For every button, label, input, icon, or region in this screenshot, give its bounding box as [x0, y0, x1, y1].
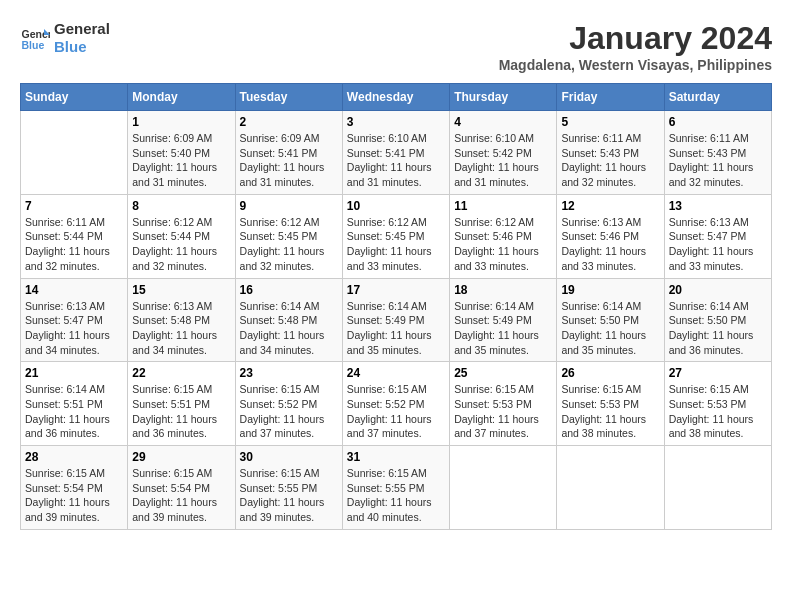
cell-content: Sunset: 5:44 PM [132, 229, 230, 244]
cell-content: Sunrise: 6:14 AM [561, 299, 659, 314]
cell-content: Daylight: 11 hours [347, 412, 445, 427]
cell-content: Sunset: 5:49 PM [454, 313, 552, 328]
cell-content: Sunrise: 6:15 AM [454, 382, 552, 397]
day-header-sunday: Sunday [21, 84, 128, 111]
calendar-cell: 12Sunrise: 6:13 AMSunset: 5:46 PMDayligh… [557, 194, 664, 278]
calendar-cell: 30Sunrise: 6:15 AMSunset: 5:55 PMDayligh… [235, 446, 342, 530]
logo: General Blue General Blue [20, 20, 110, 56]
cell-content: Daylight: 11 hours [240, 244, 338, 259]
cell-content: and 32 minutes. [25, 259, 123, 274]
cell-content: Sunset: 5:42 PM [454, 146, 552, 161]
cell-content: Sunrise: 6:09 AM [240, 131, 338, 146]
day-header-friday: Friday [557, 84, 664, 111]
cell-content: and 38 minutes. [669, 426, 767, 441]
cell-content: and 40 minutes. [347, 510, 445, 525]
cell-content: Daylight: 11 hours [240, 328, 338, 343]
cell-content: Sunrise: 6:13 AM [669, 215, 767, 230]
cell-content: Daylight: 11 hours [347, 328, 445, 343]
cell-content: Daylight: 11 hours [454, 244, 552, 259]
cell-content: Daylight: 11 hours [561, 328, 659, 343]
cell-content: and 39 minutes. [25, 510, 123, 525]
cell-content: Sunset: 5:46 PM [561, 229, 659, 244]
cell-content: and 33 minutes. [347, 259, 445, 274]
cell-content: Sunrise: 6:10 AM [347, 131, 445, 146]
cell-content: Sunrise: 6:13 AM [561, 215, 659, 230]
day-header-monday: Monday [128, 84, 235, 111]
day-number: 22 [132, 366, 230, 380]
cell-content: Daylight: 11 hours [132, 244, 230, 259]
cell-content: Sunset: 5:50 PM [669, 313, 767, 328]
calendar-week-row: 28Sunrise: 6:15 AMSunset: 5:54 PMDayligh… [21, 446, 772, 530]
day-number: 7 [25, 199, 123, 213]
calendar-cell: 11Sunrise: 6:12 AMSunset: 5:46 PMDayligh… [450, 194, 557, 278]
day-number: 3 [347, 115, 445, 129]
calendar-cell [450, 446, 557, 530]
cell-content: Sunrise: 6:15 AM [132, 382, 230, 397]
calendar-cell: 1Sunrise: 6:09 AMSunset: 5:40 PMDaylight… [128, 111, 235, 195]
day-number: 31 [347, 450, 445, 464]
day-number: 23 [240, 366, 338, 380]
cell-content: Sunrise: 6:11 AM [25, 215, 123, 230]
cell-content: and 38 minutes. [561, 426, 659, 441]
page-title: January 2024 [499, 20, 772, 57]
calendar-cell: 24Sunrise: 6:15 AMSunset: 5:52 PMDayligh… [342, 362, 449, 446]
cell-content: and 32 minutes. [240, 259, 338, 274]
calendar-cell: 22Sunrise: 6:15 AMSunset: 5:51 PMDayligh… [128, 362, 235, 446]
cell-content: and 33 minutes. [561, 259, 659, 274]
logo-icon: General Blue [20, 23, 50, 53]
cell-content: Sunrise: 6:15 AM [347, 382, 445, 397]
cell-content: Daylight: 11 hours [132, 328, 230, 343]
cell-content: and 31 minutes. [347, 175, 445, 190]
cell-content: Sunset: 5:54 PM [25, 481, 123, 496]
cell-content: Daylight: 11 hours [347, 160, 445, 175]
day-number: 17 [347, 283, 445, 297]
calendar-cell: 6Sunrise: 6:11 AMSunset: 5:43 PMDaylight… [664, 111, 771, 195]
cell-content: Sunset: 5:53 PM [669, 397, 767, 412]
cell-content: Sunset: 5:43 PM [561, 146, 659, 161]
cell-content: and 34 minutes. [25, 343, 123, 358]
calendar-cell: 25Sunrise: 6:15 AMSunset: 5:53 PMDayligh… [450, 362, 557, 446]
calendar-cell: 4Sunrise: 6:10 AMSunset: 5:42 PMDaylight… [450, 111, 557, 195]
day-number: 10 [347, 199, 445, 213]
day-number: 28 [25, 450, 123, 464]
calendar-cell: 28Sunrise: 6:15 AMSunset: 5:54 PMDayligh… [21, 446, 128, 530]
cell-content: Sunrise: 6:15 AM [132, 466, 230, 481]
calendar-cell: 5Sunrise: 6:11 AMSunset: 5:43 PMDaylight… [557, 111, 664, 195]
calendar-cell: 17Sunrise: 6:14 AMSunset: 5:49 PMDayligh… [342, 278, 449, 362]
calendar-week-row: 1Sunrise: 6:09 AMSunset: 5:40 PMDaylight… [21, 111, 772, 195]
day-number: 21 [25, 366, 123, 380]
calendar-cell: 15Sunrise: 6:13 AMSunset: 5:48 PMDayligh… [128, 278, 235, 362]
day-number: 26 [561, 366, 659, 380]
calendar-cell: 29Sunrise: 6:15 AMSunset: 5:54 PMDayligh… [128, 446, 235, 530]
cell-content: Sunset: 5:48 PM [132, 313, 230, 328]
cell-content: Sunset: 5:40 PM [132, 146, 230, 161]
calendar-cell: 21Sunrise: 6:14 AMSunset: 5:51 PMDayligh… [21, 362, 128, 446]
cell-content: Sunrise: 6:10 AM [454, 131, 552, 146]
cell-content: Daylight: 11 hours [669, 412, 767, 427]
cell-content: Sunset: 5:55 PM [240, 481, 338, 496]
cell-content: Sunrise: 6:11 AM [561, 131, 659, 146]
day-number: 4 [454, 115, 552, 129]
day-number: 6 [669, 115, 767, 129]
day-number: 24 [347, 366, 445, 380]
calendar-cell: 7Sunrise: 6:11 AMSunset: 5:44 PMDaylight… [21, 194, 128, 278]
cell-content: Sunrise: 6:11 AM [669, 131, 767, 146]
cell-content: Sunset: 5:48 PM [240, 313, 338, 328]
cell-content: and 31 minutes. [454, 175, 552, 190]
cell-content: and 35 minutes. [347, 343, 445, 358]
cell-content: Daylight: 11 hours [25, 244, 123, 259]
cell-content: Daylight: 11 hours [132, 495, 230, 510]
calendar-cell: 9Sunrise: 6:12 AMSunset: 5:45 PMDaylight… [235, 194, 342, 278]
cell-content: Sunrise: 6:12 AM [347, 215, 445, 230]
cell-content: Sunrise: 6:15 AM [669, 382, 767, 397]
cell-content: and 33 minutes. [454, 259, 552, 274]
cell-content: Sunset: 5:45 PM [240, 229, 338, 244]
cell-content: Sunset: 5:50 PM [561, 313, 659, 328]
calendar-week-row: 7Sunrise: 6:11 AMSunset: 5:44 PMDaylight… [21, 194, 772, 278]
calendar-cell: 26Sunrise: 6:15 AMSunset: 5:53 PMDayligh… [557, 362, 664, 446]
logo-blue: Blue [54, 38, 110, 56]
cell-content: Sunrise: 6:15 AM [240, 466, 338, 481]
cell-content: Daylight: 11 hours [240, 495, 338, 510]
cell-content: and 35 minutes. [454, 343, 552, 358]
cell-content: Sunset: 5:51 PM [25, 397, 123, 412]
